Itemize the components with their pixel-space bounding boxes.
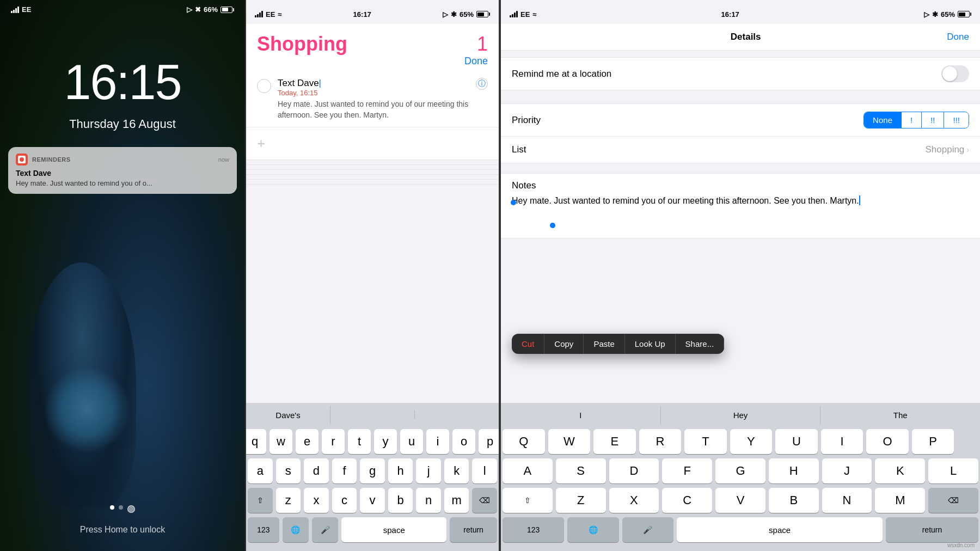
key-O[interactable]: O xyxy=(866,429,909,454)
key-h[interactable]: h xyxy=(388,458,413,483)
key-t[interactable]: t xyxy=(348,429,371,454)
key-x[interactable]: x xyxy=(304,488,329,513)
key-delete[interactable]: ⌫ xyxy=(472,488,497,513)
key-j[interactable]: j xyxy=(416,458,441,483)
context-share-button[interactable]: Share... xyxy=(676,334,725,354)
key-123[interactable]: 123 xyxy=(248,517,279,542)
key-S[interactable]: S xyxy=(556,458,606,483)
key-M[interactable]: M xyxy=(875,488,925,513)
signal-icon xyxy=(255,11,263,17)
key-globe[interactable]: 🌐 xyxy=(283,517,309,542)
key-R[interactable]: R xyxy=(639,429,682,454)
key-space-upper[interactable]: space xyxy=(677,517,883,542)
key-Y[interactable]: Y xyxy=(730,429,773,454)
key-f[interactable]: f xyxy=(332,458,357,483)
key-z[interactable]: z xyxy=(276,488,301,513)
key-l[interactable]: l xyxy=(472,458,497,483)
key-T[interactable]: T xyxy=(684,429,727,454)
phone3-keyboard-row-3: ⇧ Z X C V B N M ⌫ xyxy=(503,488,978,513)
key-123-upper[interactable]: 123 xyxy=(503,517,564,542)
key-a[interactable]: a xyxy=(248,458,273,483)
key-w[interactable]: w xyxy=(270,429,292,454)
autocomplete-hey[interactable]: Hey xyxy=(661,406,821,424)
key-G[interactable]: G xyxy=(715,458,765,483)
key-globe-upper[interactable]: 🌐 xyxy=(567,517,618,542)
key-d[interactable]: d xyxy=(304,458,329,483)
key-mic[interactable]: 🎤 xyxy=(312,517,338,542)
key-v[interactable]: v xyxy=(360,488,385,513)
key-W[interactable]: W xyxy=(548,429,591,454)
key-i[interactable]: i xyxy=(426,429,449,454)
priority-high-button[interactable]: !!! xyxy=(944,112,969,128)
reminder-checkbox[interactable] xyxy=(257,79,271,93)
phone2-clock: 16:17 xyxy=(353,10,371,19)
key-Z[interactable]: Z xyxy=(556,488,606,513)
selection-handle-start[interactable] xyxy=(511,200,516,205)
priority-low-button[interactable]: ! xyxy=(902,112,922,128)
reminder-text: Text Dave| Today, 16:15 Hey mate. Just w… xyxy=(278,78,469,120)
key-mic-upper[interactable]: 🎤 xyxy=(622,517,673,542)
key-s[interactable]: s xyxy=(276,458,301,483)
home-prompt-text: Press Home to unlock xyxy=(80,525,166,534)
phone2-status-left: EE ≈ xyxy=(255,10,281,19)
key-e[interactable]: e xyxy=(296,429,318,454)
context-lookup-button[interactable]: Look Up xyxy=(625,334,676,354)
priority-medium-button[interactable]: !! xyxy=(922,112,944,128)
key-q[interactable]: q xyxy=(245,429,266,454)
key-return[interactable]: return xyxy=(450,517,497,542)
key-H[interactable]: H xyxy=(769,458,819,483)
key-k[interactable]: k xyxy=(444,458,469,483)
key-r[interactable]: r xyxy=(322,429,345,454)
key-J[interactable]: J xyxy=(822,458,872,483)
battery-icon xyxy=(220,7,234,13)
key-shift-upper[interactable]: ⇧ xyxy=(503,488,553,513)
key-p[interactable]: p xyxy=(479,429,500,454)
phone3-keyboard-row-2: A S D F G H J K L xyxy=(503,458,978,483)
key-space[interactable]: space xyxy=(341,517,446,542)
key-U[interactable]: U xyxy=(775,429,818,454)
reminders-done-button[interactable]: Done xyxy=(464,56,488,67)
bluetooth-icon: ✱ xyxy=(451,10,457,19)
add-reminder-row[interactable]: + xyxy=(246,127,499,160)
selection-handle-end[interactable] xyxy=(550,223,555,228)
key-L[interactable]: L xyxy=(928,458,978,483)
key-B[interactable]: B xyxy=(769,488,819,513)
key-u[interactable]: u xyxy=(400,429,423,454)
key-o[interactable]: o xyxy=(452,429,475,454)
key-D[interactable]: D xyxy=(609,458,659,483)
key-shift[interactable]: ⇧ xyxy=(248,488,273,513)
key-E[interactable]: E xyxy=(593,429,636,454)
key-n[interactable]: n xyxy=(416,488,441,513)
key-c[interactable]: c xyxy=(332,488,357,513)
key-delete-upper[interactable]: ⌫ xyxy=(928,488,978,513)
key-g[interactable]: g xyxy=(360,458,385,483)
key-F[interactable]: F xyxy=(662,458,712,483)
autocomplete-daves[interactable]: Dave's xyxy=(246,406,330,424)
context-cut-button[interactable]: Cut xyxy=(512,334,544,354)
notification-banner[interactable]: REMINDERS now Text Dave Hey mate. Just w… xyxy=(8,147,237,194)
key-Q[interactable]: Q xyxy=(503,429,545,454)
key-m[interactable]: m xyxy=(444,488,469,513)
location-toggle[interactable] xyxy=(941,65,969,82)
priority-none-button[interactable]: None xyxy=(864,112,902,128)
key-A[interactable]: A xyxy=(503,458,553,483)
key-C[interactable]: C xyxy=(662,488,712,513)
key-V[interactable]: V xyxy=(715,488,765,513)
context-paste-button[interactable]: Paste xyxy=(584,334,624,354)
key-X[interactable]: X xyxy=(609,488,659,513)
key-P[interactable]: P xyxy=(912,429,954,454)
context-copy-button[interactable]: Copy xyxy=(544,334,584,354)
phone3-autocomplete-bar: I Hey The xyxy=(501,403,980,427)
key-return-upper[interactable]: return xyxy=(886,517,978,542)
key-y[interactable]: y xyxy=(374,429,397,454)
autocomplete-the[interactable]: The xyxy=(820,406,980,424)
home-indicator[interactable]: Press Home to unlock xyxy=(0,525,245,535)
key-I[interactable]: I xyxy=(821,429,863,454)
details-done-button[interactable]: Done xyxy=(947,32,969,42)
key-K[interactable]: K xyxy=(875,458,925,483)
key-N[interactable]: N xyxy=(822,488,872,513)
key-b[interactable]: b xyxy=(388,488,413,513)
autocomplete-i[interactable]: I xyxy=(501,406,661,424)
reminder-info-button[interactable]: ⓘ xyxy=(476,78,488,90)
notes-text-content[interactable]: Hey mate. Just wanted to remind you of o… xyxy=(512,194,969,207)
